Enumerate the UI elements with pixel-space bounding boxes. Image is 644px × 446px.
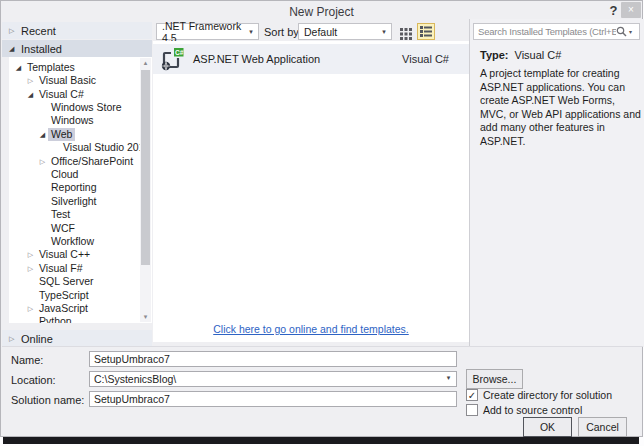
close-icon[interactable]: × [621,2,641,18]
tree-item-javascript[interactable]: ▷JavaScript [9,302,139,315]
sidebar-item-recent[interactable]: ▷ Recent [2,22,152,39]
tree-item-label[interactable]: Workflow [48,235,97,249]
source-control-label: Add to source control [483,404,582,416]
tree-item-wcf[interactable]: WCF [9,222,139,235]
template-list-panel: C# ASP.NET Web Application Visual C# Cli… [153,41,469,342]
scrollbar-thumb[interactable] [141,70,150,265]
tree-item-label[interactable]: Visual Basic [36,74,99,88]
sidebar-recent-label: Recent [21,25,56,37]
tree-item-visual-basic[interactable]: ▷Visual Basic [9,74,139,87]
tree-item-typescript[interactable]: TypeScript [9,289,139,302]
tree-item-label[interactable]: Python [36,315,75,323]
tree-item-label[interactable]: Test [48,208,73,222]
tree-item-label[interactable]: Reporting [48,181,100,195]
sidebar-item-online[interactable]: ▷ Online [2,330,152,347]
scroll-down-icon[interactable]: ▾ [140,312,151,322]
tree-item-sql-server[interactable]: SQL Server [9,275,139,288]
search-placeholder: Search Installed Templates (Ctrl+E) [474,26,616,37]
template-description: A project template for creating ASP.NET … [480,67,641,148]
sort-by-label: Sort by: [264,26,302,38]
ok-button[interactable]: OK [523,417,572,437]
tree-item-office-sharepoint[interactable]: ▷Office/SharePoint [9,155,139,168]
tree-item-label[interactable]: Templates [24,61,78,75]
create-directory-checkbox[interactable]: ✓ Create directory for solution [466,389,612,401]
tree-scrollbar[interactable]: ▴ ▾ [140,58,151,322]
sort-dropdown[interactable]: Default ▾ [298,23,392,40]
tree-item-windows-store[interactable]: Windows Store [9,101,139,114]
collapsed-arrow-icon[interactable]: ▷ [25,262,36,276]
help-icon[interactable]: ? [606,3,621,18]
tree-item-web[interactable]: ◢Web [9,128,139,141]
scroll-up-icon[interactable]: ▴ [140,58,151,68]
tree-item-label[interactable]: Cloud [48,168,81,182]
tree-item-label[interactable]: Visual F# [36,262,86,276]
type-value: Visual C# [515,49,562,61]
collapsed-arrow-icon[interactable]: ▷ [9,27,21,35]
chevron-down-icon: ▾ [244,28,258,36]
online-templates-link[interactable]: Click here to go online and find templat… [153,323,469,335]
tree-item-visual-c++[interactable]: ▷Visual C++ [9,248,139,261]
tree-item-windows[interactable]: Windows [9,115,139,128]
collapsed-arrow-icon[interactable]: ▷ [9,335,21,343]
expanded-arrow-icon[interactable]: ◢ [25,88,36,102]
cancel-button[interactable]: Cancel [578,417,627,437]
create-directory-label: Create directory for solution [483,389,612,401]
search-input[interactable]: Search Installed Templates (Ctrl+E) ▾ [473,23,640,40]
tree-item-test[interactable]: Test [9,208,139,221]
dialog-shadow [3,437,639,444]
browse-button[interactable]: Browse... [466,369,523,389]
template-item-aspnet-web-application[interactable]: C# ASP.NET Web Application Visual C# [153,44,469,74]
tree-item-visual-studio-2012[interactable]: Visual Studio 2012 [9,141,139,154]
tree-item-python[interactable]: Python [9,315,139,323]
tree-item-label[interactable]: Web [48,128,75,142]
sidebar-online-label: Online [21,333,53,345]
framework-dropdown[interactable]: .NET Framework 4.5 ▾ [156,23,259,40]
tree-item-label[interactable]: Windows [48,114,97,128]
template-language: Visual C# [402,53,449,65]
checkbox-unchecked-icon[interactable] [466,404,478,416]
chevron-down-icon: ▾ [377,28,391,36]
template-type-row: Type:Visual C# [480,49,561,61]
sidebar-item-installed[interactable]: ◢ Installed [2,40,152,57]
tree-item-reporting[interactable]: Reporting [9,182,139,195]
expanded-arrow-icon[interactable]: ◢ [13,61,24,75]
location-label: Location: [11,374,56,386]
template-name: ASP.NET Web Application [193,53,320,65]
solution-name-field[interactable] [89,391,457,407]
checkbox-checked-icon[interactable]: ✓ [466,389,478,401]
tree-item-templates[interactable]: ◢Templates [9,61,139,74]
tree-item-label[interactable]: Visual C# [36,88,87,102]
collapsed-arrow-icon[interactable]: ▷ [25,302,36,316]
list-view-icon[interactable] [417,23,435,40]
grid-view-icon[interactable] [399,26,413,39]
collapsed-arrow-icon[interactable]: ▷ [25,74,36,88]
tree-item-workflow[interactable]: Workflow [9,235,139,248]
tree-item-silverlight[interactable]: Silverlight [9,195,139,208]
search-icon[interactable] [616,23,629,41]
source-control-checkbox[interactable]: Add to source control [466,404,582,416]
tree-item-label[interactable]: Visual Studio 2012 [60,141,152,155]
chevron-down-icon[interactable]: ▾ [629,28,639,35]
svg-text:C#: C# [175,49,184,56]
tree-item-cloud[interactable]: Cloud [9,168,139,181]
tree-item-label[interactable]: WCF [48,222,78,236]
tree-item-visual-f#[interactable]: ▷Visual F# [9,262,139,275]
expanded-arrow-icon[interactable]: ◢ [37,128,48,142]
name-field[interactable] [89,351,457,367]
chevron-down-icon[interactable]: ▾ [442,374,455,382]
collapsed-arrow-icon[interactable]: ▷ [37,155,48,169]
tree-item-label[interactable]: Office/SharePoint [48,155,136,169]
dialog-title: New Project [1,5,642,19]
tree-item-label[interactable]: SQL Server [36,275,96,289]
tree-item-label[interactable]: Windows Store [48,101,125,115]
form-separator [2,346,643,347]
tree-item-label[interactable]: JavaScript [36,302,91,316]
tree-item-label[interactable]: Silverlight [48,195,100,209]
expanded-arrow-icon[interactable]: ◢ [9,45,21,53]
location-field[interactable] [89,371,457,387]
template-tree: ◢Templates▷Visual Basic◢Visual C#Windows… [9,61,139,323]
collapsed-arrow-icon[interactable]: ▷ [25,248,36,262]
tree-item-visual-c#[interactable]: ◢Visual C# [9,88,139,101]
tree-item-label[interactable]: TypeScript [36,289,92,303]
tree-item-label[interactable]: Visual C++ [36,248,93,262]
